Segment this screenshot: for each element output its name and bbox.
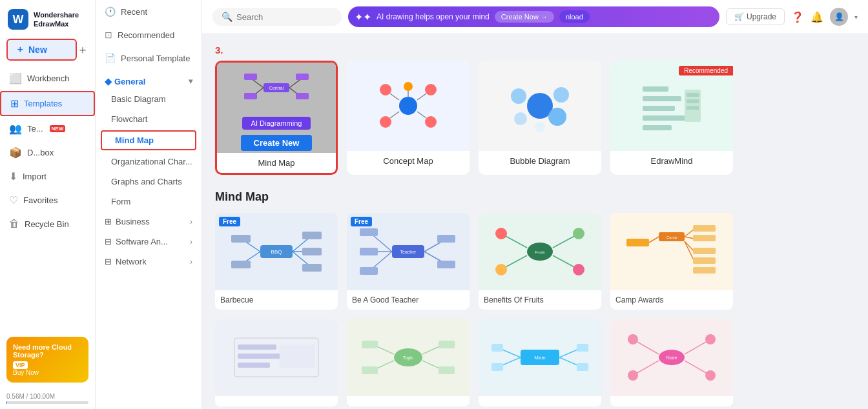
ai-create-now-button[interactable]: Create Now → xyxy=(495,11,554,23)
sidebar-item-import[interactable]: ⬇ Import xyxy=(0,165,95,188)
diamond-icon: ◆ xyxy=(105,76,112,86)
svg-rect-44 xyxy=(231,261,251,268)
concept-map-svg xyxy=(373,77,444,135)
workbench-icon: ⬜ xyxy=(9,72,22,85)
svg-point-118 xyxy=(705,370,716,381)
svg-rect-7 xyxy=(244,93,257,99)
template-card-tmpl5[interactable] xyxy=(215,319,338,406)
concept-map-card-image xyxy=(347,61,470,151)
svg-rect-85 xyxy=(238,344,276,350)
featured-card-concept-map[interactable]: Concept Map xyxy=(347,61,470,175)
svg-point-25 xyxy=(548,108,566,126)
second-panel-personal-template[interactable]: 📄 Personal Template xyxy=(96,46,202,70)
template-card-barbecue[interactable]: Free BBQ xyxy=(215,213,338,310)
sub-item-flowchart[interactable]: Flowchart xyxy=(96,109,202,129)
search-input[interactable] xyxy=(236,12,320,22)
template-card-tmpl8[interactable]: Node xyxy=(610,319,733,406)
featured-card-mind-map[interactable]: Central AI Diagramming Create New Mind M… xyxy=(215,61,338,175)
svg-line-76 xyxy=(685,237,694,239)
sub-item-form[interactable]: Form xyxy=(96,192,202,212)
sub-item-mind-map[interactable]: Mind Map xyxy=(101,130,196,150)
template-card-tmpl6[interactable]: Topic xyxy=(347,319,470,406)
template-grid-row2: Topic Ma xyxy=(215,319,855,406)
heart-icon: ♡ xyxy=(9,194,18,206)
sidebar-item-team[interactable]: 👥 Te... NEW xyxy=(0,117,95,140)
svg-rect-70 xyxy=(626,239,649,246)
second-panel-recommended[interactable]: ⊡ Recommended xyxy=(96,23,202,46)
new-button[interactable]: ＋ New xyxy=(6,39,77,61)
chevron-down-avatar-icon[interactable]: ▾ xyxy=(854,14,858,21)
svg-line-114 xyxy=(685,361,707,374)
svg-rect-82 xyxy=(693,257,716,264)
svg-line-18 xyxy=(417,94,426,100)
bell-icon[interactable]: 🔔 xyxy=(811,11,823,23)
ai-diagramming-button[interactable]: AI Diagramming xyxy=(242,117,311,130)
second-panel-recent[interactable]: 🕐 Recent xyxy=(96,0,202,23)
cloud-promo-action[interactable]: Buy Now xyxy=(13,369,82,376)
svg-line-19 xyxy=(390,112,399,118)
main-content: 🔍 ✦✦ AI drawing helps open your mind Cre… xyxy=(202,0,868,409)
sidebar-item-recycle[interactable]: 🗑 Recycle Bin xyxy=(0,213,95,235)
bubble-diagram-svg xyxy=(504,77,575,135)
sidebar-item-workbench[interactable]: ⬜ Workbench xyxy=(0,67,95,90)
template-grid-row1: Free BBQ xyxy=(215,213,855,310)
download-button[interactable]: nload xyxy=(559,10,590,23)
sidebar-item-dropbox[interactable]: 📦 D...box xyxy=(0,141,95,164)
svg-line-77 xyxy=(685,241,694,252)
upgrade-button[interactable]: 🛒 Upgrade xyxy=(726,8,785,25)
recommended-label: Recommended xyxy=(118,30,174,40)
import-label: Import xyxy=(23,172,46,181)
mind-map-card-label: Mind Map xyxy=(217,153,336,173)
tmpl7-card-image: Main xyxy=(479,319,601,396)
svg-rect-107 xyxy=(577,344,588,352)
svg-point-116 xyxy=(628,370,638,381)
svg-line-112 xyxy=(636,361,659,374)
software-an-section-item[interactable]: ⊟ Software An... › xyxy=(96,232,202,252)
template-card-camp-awards[interactable]: Camp Awards Camp Awards xyxy=(610,213,733,310)
tmpl7-label xyxy=(479,396,601,406)
svg-line-64 xyxy=(553,235,575,248)
svg-point-13 xyxy=(380,116,391,128)
sub-item-org-chart[interactable]: Organizational Char... xyxy=(96,152,202,172)
svg-rect-95 xyxy=(362,341,378,348)
sidebar-nav: ⬜ Workbench ⊞ Templates 👥 Te... NEW 📦 D.… xyxy=(0,65,95,237)
cloud-promo-banner[interactable]: Need more Cloud Storage? VIP Buy Now xyxy=(6,337,88,383)
new-extra-plus[interactable]: ＋ xyxy=(77,42,88,57)
sidebar-item-favorites[interactable]: ♡ Favorites xyxy=(0,189,95,212)
svg-rect-30 xyxy=(643,115,688,121)
business-section-item[interactable]: ⊞ Business › xyxy=(96,212,202,232)
search-box[interactable]: 🔍 xyxy=(212,8,342,26)
help-icon[interactable]: ❓ xyxy=(791,11,804,23)
business-label: Business xyxy=(116,217,150,226)
barbecue-svg: BBQ xyxy=(228,219,325,284)
tmpl8-svg: Node xyxy=(623,325,720,390)
featured-card-bubble-diagram[interactable]: Bubble Diagram xyxy=(479,61,601,175)
trash-icon: 🗑 xyxy=(9,218,19,230)
plus-icon: ＋ xyxy=(16,44,25,55)
svg-point-24 xyxy=(514,112,527,125)
sub-item-graphs-charts[interactable]: Graphs and Charts xyxy=(96,172,202,192)
avatar[interactable]: 👤 xyxy=(830,8,848,26)
svg-line-74 xyxy=(649,237,659,243)
create-new-button[interactable]: Create New xyxy=(241,135,313,151)
svg-rect-35 xyxy=(687,106,699,110)
svg-point-11 xyxy=(380,84,391,95)
teacher-label: Be A Good Teacher xyxy=(347,290,470,310)
ai-sparkle-icon: ✦✦ xyxy=(355,11,371,23)
sidebar-item-templates[interactable]: ⊞ Templates xyxy=(0,91,95,116)
featured-card-edrawmind[interactable]: Recommended EdrawMind xyxy=(610,61,733,175)
network-section-item[interactable]: ⊟ Network › xyxy=(96,252,202,272)
template-card-teacher[interactable]: Free Teacher xyxy=(347,213,470,310)
svg-rect-106 xyxy=(491,363,503,371)
template-card-tmpl7[interactable]: Main xyxy=(479,319,601,406)
sub-item-basic-diagram[interactable]: Basic Diagram xyxy=(96,89,202,109)
barbecue-label: Barbecue xyxy=(215,290,338,310)
general-section-header[interactable]: ◆ General ▾ xyxy=(96,70,202,89)
svg-rect-57 xyxy=(360,267,378,275)
template-card-fruits[interactable]: Fruits Benefits Of Fruits xyxy=(479,213,601,310)
team-icon: 👥 xyxy=(9,123,22,135)
svg-rect-8 xyxy=(296,74,309,80)
svg-rect-79 xyxy=(693,225,716,232)
edrawmind-svg xyxy=(636,77,707,135)
content-area: 3. Central xyxy=(202,34,868,409)
